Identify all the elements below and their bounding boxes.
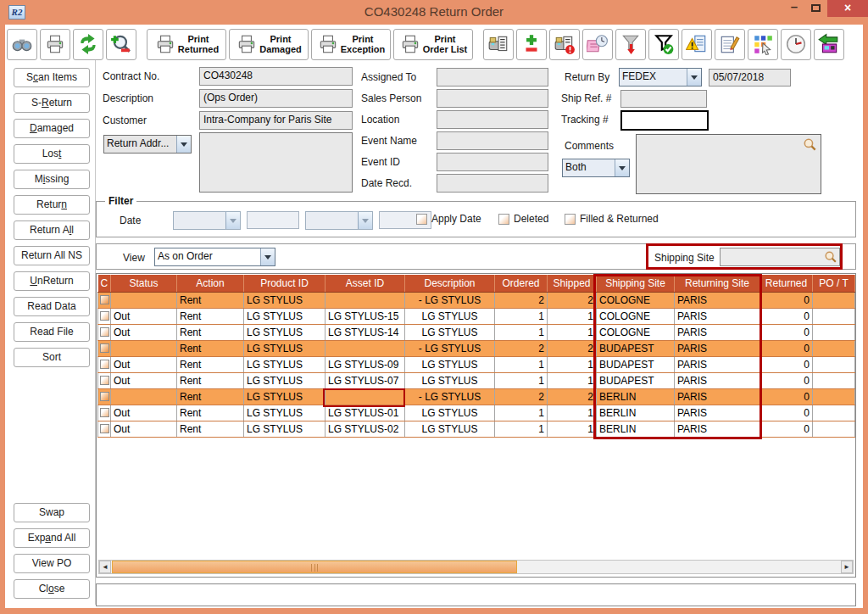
- cell-ordered[interactable]: 1: [495, 421, 548, 437]
- cell-returning-site[interactable]: PARIS: [675, 388, 760, 405]
- column-header-c[interactable]: C: [98, 275, 111, 292]
- cell-description[interactable]: LG STYLUS: [405, 405, 495, 421]
- cell-returning-site[interactable]: PARIS: [675, 324, 760, 340]
- cell-returned[interactable]: 0: [760, 405, 813, 421]
- print-damaged-button[interactable]: PrintDamaged: [229, 29, 309, 60]
- row-checkbox-cell[interactable]: [98, 356, 111, 372]
- cell-status[interactable]: Out: [111, 308, 177, 324]
- checkbox-icon[interactable]: [498, 214, 509, 225]
- sidebar-button-sort[interactable]: Sort: [14, 348, 90, 367]
- cell-returned[interactable]: 0: [760, 421, 813, 437]
- cell-status[interactable]: Out: [111, 372, 177, 388]
- tracking-input[interactable]: [620, 110, 709, 131]
- ship-ref-field[interactable]: [620, 90, 707, 108]
- cell-action[interactable]: Rent: [177, 405, 244, 421]
- cell-asset-id[interactable]: LG STYLUS-14: [326, 324, 405, 340]
- sidebar-button-read-file[interactable]: Read File: [14, 322, 90, 342]
- assigned-to-field[interactable]: [437, 68, 548, 87]
- maximize-button[interactable]: [805, 0, 827, 17]
- minimize-button[interactable]: –: [783, 0, 805, 17]
- cell-description[interactable]: LG STYLUS: [405, 308, 495, 324]
- cell-po[interactable]: [813, 340, 855, 356]
- shipping-site-search-input[interactable]: [720, 248, 840, 266]
- cell-po[interactable]: [813, 388, 855, 405]
- cell-status[interactable]: [111, 292, 177, 308]
- row-checkbox-icon[interactable]: [100, 408, 109, 417]
- return-address-select[interactable]: Return Addr...: [103, 135, 192, 154]
- sales-person-field[interactable]: [437, 89, 548, 108]
- return-address-textarea[interactable]: [199, 132, 353, 193]
- cell-shipping-site[interactable]: BERLIN: [597, 388, 675, 405]
- column-header-shipped[interactable]: Shipped: [548, 275, 597, 292]
- cell-po[interactable]: [813, 356, 855, 372]
- cell-asset-id[interactable]: LG STYLUS-02: [326, 421, 405, 437]
- cell-returned[interactable]: 0: [760, 372, 813, 388]
- print-returned-button[interactable]: PrintReturned: [147, 29, 226, 60]
- funnel-check-button[interactable]: [648, 29, 679, 60]
- column-header-po-t[interactable]: PO / T: [813, 275, 855, 292]
- cell-shipping-site[interactable]: COLOGNE: [597, 308, 675, 324]
- column-header-description[interactable]: Description: [405, 275, 495, 292]
- cell-po[interactable]: [813, 372, 855, 388]
- comments-textarea[interactable]: [636, 134, 821, 194]
- cell-returning-site[interactable]: PARIS: [675, 372, 760, 388]
- cell-ordered[interactable]: 1: [495, 324, 548, 340]
- cell-action[interactable]: Rent: [177, 340, 244, 356]
- table-row[interactable]: OutRentLG STYLUSLG STYLUS-02LG STYLUS11B…: [98, 421, 855, 437]
- cell-ordered[interactable]: 1: [495, 405, 548, 421]
- cell-description[interactable]: LG STYLUS: [405, 356, 495, 372]
- print-order-list-button[interactable]: PrintOrder List: [393, 29, 473, 60]
- cell-po[interactable]: [813, 324, 855, 340]
- horizontal-scrollbar[interactable]: ◄ ►: [98, 560, 854, 574]
- plus-minus-button[interactable]: [516, 29, 547, 60]
- cell-shipped[interactable]: 1: [548, 372, 597, 388]
- cell-shipping-site[interactable]: BUDAPEST: [597, 356, 675, 372]
- row-checkbox-icon[interactable]: [100, 392, 109, 401]
- event-id-field[interactable]: [437, 153, 548, 171]
- chevron-down-icon[interactable]: [615, 159, 629, 176]
- location-field[interactable]: [437, 110, 548, 129]
- cell-shipping-site[interactable]: COLOGNE: [597, 324, 675, 340]
- magnifier-icon[interactable]: [824, 250, 837, 266]
- binoculars-button[interactable]: [7, 29, 37, 60]
- cell-description[interactable]: LG STYLUS: [405, 324, 495, 340]
- row-checkbox-icon[interactable]: [100, 424, 109, 433]
- cell-action[interactable]: Rent: [177, 308, 244, 324]
- cell-shipped[interactable]: 1: [548, 308, 597, 324]
- cell-description[interactable]: - LG STYLUS: [405, 340, 495, 356]
- cell-action[interactable]: Rent: [177, 372, 244, 388]
- filter-date-mode-select[interactable]: [305, 211, 373, 230]
- sidebar-button-damaged[interactable]: Damaged: [14, 119, 90, 138]
- cell-ordered[interactable]: 1: [495, 356, 548, 372]
- row-checkbox-icon[interactable]: [100, 295, 109, 304]
- view-select[interactable]: As on Order: [154, 248, 275, 266]
- cell-ordered[interactable]: 2: [495, 388, 548, 405]
- column-header-shipping-site[interactable]: Shipping Site: [597, 275, 675, 292]
- column-header-asset-id[interactable]: Asset ID: [326, 275, 405, 292]
- cell-status[interactable]: Out: [111, 421, 177, 437]
- cell-product-id[interactable]: LG STYLUS: [244, 388, 326, 405]
- cell-description[interactable]: - LG STYLUS: [405, 388, 495, 405]
- table-row[interactable]: RentLG STYLUS- LG STYLUS22COLOGNEPARIS0: [98, 292, 855, 308]
- cell-asset-id[interactable]: [326, 292, 405, 308]
- table-row[interactable]: RentLG STYLUS- LG STYLUS22BERLINPARIS0: [98, 388, 855, 405]
- cell-shipping-site[interactable]: BUDAPEST: [597, 372, 675, 388]
- cell-asset-id[interactable]: LG STYLUS-15: [326, 308, 405, 324]
- cell-shipped[interactable]: 2: [548, 388, 597, 405]
- sidebar-button-expand-all[interactable]: Expand All: [14, 528, 90, 548]
- row-checkbox-cell[interactable]: [98, 292, 111, 308]
- cell-returned[interactable]: 0: [760, 292, 813, 308]
- cell-ordered[interactable]: 1: [495, 372, 548, 388]
- cell-returned[interactable]: 0: [760, 340, 813, 356]
- table-row[interactable]: RentLG STYLUS- LG STYLUS22BUDAPESTPARIS0: [98, 340, 855, 356]
- cell-asset-id[interactable]: LG STYLUS-07: [326, 372, 405, 388]
- cell-status[interactable]: [111, 388, 177, 405]
- row-checkbox-icon[interactable]: [100, 343, 109, 353]
- checkbox-icon[interactable]: [565, 214, 576, 225]
- sidebar-button-s-return[interactable]: S-Return: [14, 93, 90, 113]
- cell-returning-site[interactable]: PARIS: [675, 405, 760, 421]
- warning-doc-button[interactable]: [682, 29, 712, 60]
- sidebar-button-read-data[interactable]: Read Data: [14, 297, 90, 316]
- cell-returning-site[interactable]: PARIS: [675, 292, 760, 308]
- sidebar-button-scan-items[interactable]: Scan Items: [14, 68, 90, 87]
